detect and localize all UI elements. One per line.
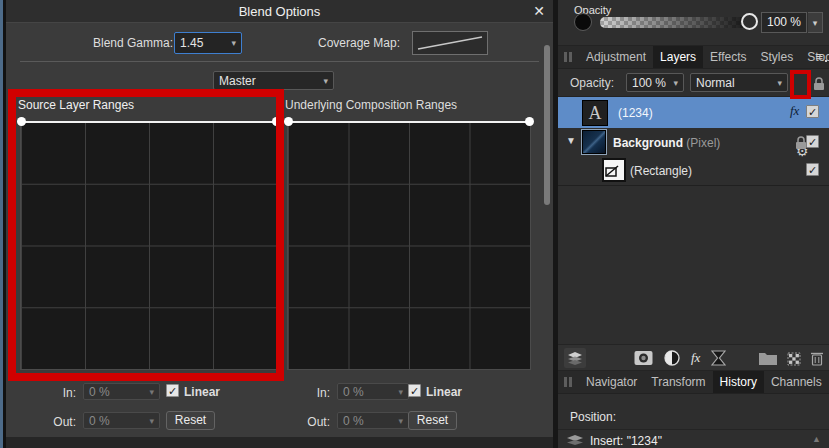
blend-gamma-combo[interactable]: 1.45 ▾ <box>174 32 242 54</box>
tab-layers[interactable]: Layers <box>653 46 703 68</box>
group-folder-icon[interactable] <box>759 351 777 365</box>
coverage-map-label: Coverage Map: <box>318 36 400 50</box>
layer-visibility-checkbox-background[interactable]: ✓ <box>806 135 819 148</box>
new-pixel-layer-icon[interactable] <box>787 351 801 366</box>
close-icon[interactable]: ✕ <box>533 3 545 19</box>
layer-opacity-combo[interactable]: 100 % ▾ <box>626 73 684 92</box>
menu-glyph: ≡ <box>815 49 823 64</box>
source-ranges-title: Source Layer Ranges <box>18 98 134 112</box>
source-in-value: 0 % <box>89 385 110 399</box>
source-out-combo[interactable]: 0 % ▾ <box>83 412 160 429</box>
toolbar-right-group <box>759 348 823 368</box>
source-ranges-curve-editor[interactable] <box>20 121 278 370</box>
source-reset-button[interactable]: Reset <box>166 411 215 430</box>
underlying-curve-node-left[interactable] <box>284 117 293 126</box>
layer-controls-row: Opacity: 100 % ▾ Normal ▾ ⚙ <box>558 69 829 97</box>
expand-triangle-icon[interactable]: ▼ <box>566 135 576 146</box>
rectangle-glyph-icon <box>604 160 624 180</box>
underlying-reset-button[interactable]: Reset <box>408 411 457 430</box>
studio-tabs: Adjustment Layers Effects Styles Stock ≡ <box>558 46 829 69</box>
blend-gamma-value: 1.45 <box>180 36 203 50</box>
chevron-down-icon: ▾ <box>145 416 154 426</box>
opacity-section: Opacity 100 % ▾ <box>558 0 829 46</box>
mask-layer-icon[interactable] <box>634 350 653 366</box>
coverage-map-thumbnail[interactable] <box>412 31 488 55</box>
toolbar-center-group: fx <box>634 348 726 368</box>
tab-transform[interactable]: Transform <box>644 371 712 393</box>
layer-opacity-label: Opacity: <box>570 76 614 90</box>
blend-options-dialog: Blend Options ✕ Blend Gamma: 1.45 ▾ Cove… <box>6 0 553 437</box>
tab-history[interactable]: History <box>713 371 764 393</box>
layers-stack-icon <box>567 351 583 365</box>
scroll-up-icon[interactable]: ▲ <box>812 434 821 444</box>
blend-gamma-label: Blend Gamma: <box>93 36 173 50</box>
underlying-in-label: In: <box>296 386 330 400</box>
rectangle-layer-thumbnail[interactable] <box>602 158 626 182</box>
source-linear-checkbox[interactable]: ✓ <box>166 384 179 397</box>
coverage-map-curve-icon <box>413 32 487 54</box>
source-curve-line <box>20 121 278 123</box>
chevron-down-icon: ▾ <box>394 416 403 426</box>
underlying-ranges-curve-editor[interactable] <box>287 121 531 370</box>
divider <box>20 61 539 62</box>
right-panel: Opacity 100 % ▾ Adjustment Layers Effect… <box>558 0 829 448</box>
lock-icon[interactable] <box>814 77 824 90</box>
layer-row-rectangle[interactable] <box>558 156 829 184</box>
tab-styles[interactable]: Styles <box>754 46 801 68</box>
panel-drag-grip[interactable] <box>563 46 573 68</box>
chevron-down-icon: ▾ <box>145 387 154 397</box>
source-in-combo[interactable]: 0 % ▾ <box>83 383 160 400</box>
underlying-curve-node-right[interactable] <box>525 117 534 126</box>
source-curve-node-right[interactable] <box>272 117 281 126</box>
text-layer-thumbnail[interactable]: A <box>582 100 608 126</box>
opacity-slider-handle[interactable] <box>741 13 758 30</box>
layer-options-button[interactable] <box>564 348 586 368</box>
underlying-in-combo[interactable]: 0 % ▾ <box>337 383 409 400</box>
underlying-linear-checkbox[interactable]: ✓ <box>408 384 421 397</box>
tab-channels[interactable]: Channels <box>764 371 829 393</box>
chevron-down-icon: ▾ <box>319 76 328 86</box>
opacity-dropdown-button[interactable]: ▾ <box>808 12 823 33</box>
history-entry-icon <box>566 434 584 448</box>
underlying-out-label: Out: <box>292 415 330 429</box>
studio-bottom-tabs: Navigator Transform History Channels <box>558 371 829 394</box>
history-entry-label: Insert: "1234" <box>590 434 662 448</box>
live-filter-hourglass-icon[interactable] <box>711 350 726 366</box>
layer-effects-fx-icon[interactable]: fx <box>691 350 700 366</box>
background-layer-thumbnail[interactable] <box>582 130 606 154</box>
underlying-out-value: 0 % <box>343 414 364 428</box>
dialog-scrollbar[interactable] <box>544 45 550 205</box>
background-layer-label: Background (Pixel) <box>613 136 720 150</box>
delete-trash-icon[interactable] <box>811 351 823 366</box>
tab-effects[interactable]: Effects <box>703 46 753 68</box>
divider <box>558 185 829 186</box>
layer-visibility-checkbox-1234[interactable]: ✓ <box>806 105 819 118</box>
source-curve-node-left[interactable] <box>17 117 26 126</box>
tab-navigator[interactable]: Navigator <box>579 371 644 393</box>
rectangle-layer-label: (Rectangle) <box>630 164 692 178</box>
position-label: Position: <box>570 410 616 424</box>
source-in-label: In: <box>46 386 76 400</box>
underlying-curve-line <box>287 121 531 123</box>
panel-menu-icon[interactable]: ≡ <box>815 49 823 64</box>
underlying-out-combo[interactable]: 0 % ▾ <box>337 412 409 429</box>
layer-type: (Pixel) <box>686 136 720 150</box>
opacity-slider[interactable] <box>600 17 748 28</box>
tab-adjustment[interactable]: Adjustment <box>579 46 653 68</box>
chevron-down-icon: ▾ <box>773 78 782 88</box>
history-entry-row[interactable]: Insert: "1234" ▲ <box>558 430 829 448</box>
panel-drag-grip[interactable] <box>563 371 573 393</box>
adjustment-layer-icon[interactable] <box>664 350 680 366</box>
opacity-value-field[interactable]: 100 % <box>761 12 807 33</box>
channel-selector-value: Master <box>219 74 256 88</box>
blend-mode-value: Normal <box>696 76 735 90</box>
blend-mode-combo[interactable]: Normal ▾ <box>690 73 788 92</box>
layer-visibility-checkbox-rectangle[interactable]: ✓ <box>806 163 819 176</box>
fx-badge-icon[interactable]: fx <box>790 103 799 119</box>
channel-selector-combo[interactable]: Master ▾ <box>213 71 334 90</box>
layer-name: Background <box>613 136 683 150</box>
source-out-value: 0 % <box>89 414 110 428</box>
layer-lock-icon[interactable] <box>796 136 806 149</box>
color-swatch[interactable] <box>574 13 592 31</box>
dialog-titlebar[interactable]: Blend Options ✕ <box>6 0 553 23</box>
